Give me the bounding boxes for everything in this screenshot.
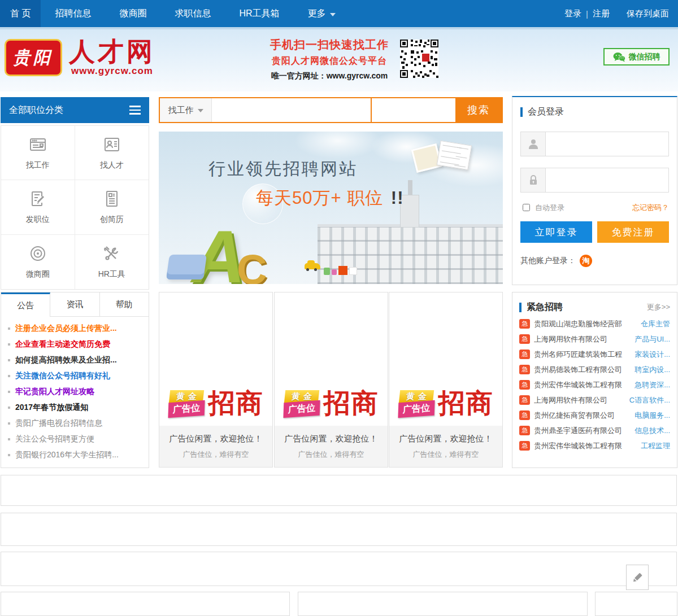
notice-item[interactable]: 贵阳广播电视台招聘信息 [8,416,142,431]
username-input[interactable] [546,132,668,156]
password-field [520,168,669,193]
search-location-input[interactable] [372,98,455,122]
chevron-down-icon [198,109,203,112]
urgent-company-link[interactable]: 贵州名师巧匠建筑装饰工程 [534,349,631,360]
urgent-job-link[interactable]: C语言软件... [629,395,670,405]
login-now-button[interactable]: 立即登录 [520,221,592,243]
promo-line2: 贵阳人才网微信公众号平台 [259,55,400,67]
save-to-desktop-link[interactable]: 保存到桌面 [627,8,669,19]
category-panel-title: 全部职位分类 [9,104,63,116]
wechat-icon [613,52,625,62]
login-options-row: 自动登录 忘记密码？ [520,202,669,213]
hero-banner[interactable]: A C 行业领先招聘网站 每天50万+ 职位 !! [159,132,503,284]
urgent-company-link[interactable]: 贵阳观山湖忠勤服饰经营部 [534,319,637,329]
urgent-badge-icon: 急 [519,334,530,344]
urgent-badge-icon: 急 [519,319,530,329]
ad-text-area: 广告位闲置，欢迎抢位！ 广告佳位，难得有空 [389,426,502,467]
nav-item-micro-circle[interactable]: 微商圈 [105,0,160,27]
notice-item[interactable]: 企业查看主动递交简历免费 [8,337,142,352]
password-input[interactable] [546,168,668,192]
notice-item[interactable]: 贵阳银行2016年大学生招聘... [8,447,142,463]
urgent-company-link[interactable]: 上海网用软件有限公司 [534,334,631,344]
chevron-down-icon [330,13,336,16]
notice-item[interactable]: 关注公众号招聘更方便 [8,431,142,447]
banner-cube-graphic [166,255,207,279]
ad-text-area: 广告位闲置，欢迎抢位！ 广告佳位，难得有空 [275,426,388,467]
ad-headline: 招商 [324,386,379,421]
tab-news[interactable]: 资讯 [50,292,99,317]
tab-announcements[interactable]: 公告 [1,292,50,317]
nav-item-more[interactable]: 更多 [294,0,350,27]
urgent-item: 急贵州宏伟华城装饰工程有限工程监理 [519,438,670,453]
micro-circle-icon [28,244,47,263]
urgent-job-link[interactable]: 家装设计... [634,349,670,360]
username-field [520,132,669,156]
other-account-label: 其他账户登录： [520,256,576,266]
category-cell-find-job[interactable]: 找工作 [1,126,75,180]
bullet-icon [8,343,10,346]
search-category-dropdown[interactable]: 找工作 [160,98,212,122]
register-link[interactable]: 注册 [588,8,614,19]
search-button[interactable]: 搜索 [455,98,502,122]
urgent-job-link[interactable]: 聘室内设... [634,365,670,375]
ad-badge-position: 广告位 [168,400,205,417]
notice-item[interactable]: 如何提高招聘效果及企业招... [8,352,142,368]
urgent-job-link[interactable]: 电脑服务... [634,410,670,421]
banner-letter-c: C [237,249,267,284]
login-link[interactable]: 登录 [560,8,586,19]
ad-card[interactable]: 黄金 广告位 招商 广告位闲置，欢迎抢位！ 广告佳位，难得有空 [274,292,388,468]
category-cell-micro-circle[interactable]: 微商圈 [1,235,75,289]
urgent-job-link[interactable]: 产品与UI... [634,334,670,344]
notice-item[interactable]: 牢记贵阳人才网址攻略 [8,384,142,400]
urgent-company-link[interactable]: 贵州亿捷拓商贸有限公司 [534,410,631,421]
banner-subtitle-bang: !! [391,188,404,208]
wechat-recruit-button[interactable]: 微信招聘 [603,48,670,65]
category-panel-header[interactable]: 全部职位分类 [1,97,149,123]
ad-card[interactable]: 黄金 广告位 招商 广告位闲置，欢迎抢位！ 广告佳位，难得有空 [159,292,273,468]
notice-item[interactable]: 关注微信公众号招聘有好礼 [8,368,142,384]
ad-line1: 广告位闲置，欢迎抢位！ [169,434,263,444]
forgot-password-link[interactable]: 忘记密码？ [632,203,669,213]
edit-pencil-button[interactable] [626,565,649,590]
header-promo: 手机扫一扫快速找工作 贵阳人才网微信公众号平台 唯一官方网址：www.gyrcw… [259,37,400,81]
bullet-icon [8,359,10,361]
tab-help[interactable]: 帮助 [100,292,149,317]
auto-login-checkbox[interactable] [523,204,530,211]
urgent-item: 急上海网用软件有限公司产品与UI... [519,331,670,347]
urgent-item: 急上海网用软件有限公司C语言软件... [519,392,670,408]
nav-item-jobs[interactable]: 招聘信息 [41,0,105,27]
search-keyword-input[interactable] [212,98,371,122]
banner-mini-cubes [324,266,357,275]
urgent-company-link[interactable]: 贵州宏伟华城装饰工程有限 [534,380,631,390]
urgent-company-link[interactable]: 贵州易德装饰工程有限公司 [534,365,631,375]
bullet-icon [8,327,10,330]
title-accent-bar [520,107,523,117]
notice-link: 企业查看主动递交简历免费 [15,339,110,349]
nav-item-home[interactable]: 首 页 [0,0,41,27]
nav-item-hr-toolbox[interactable]: HR工具箱 [225,0,293,27]
urgent-recruitment-panel: 紧急招聘 更多>> 急贵阳观山湖忠勤服饰经营部仓库主管 急上海网用软件有限公司产… [512,292,677,468]
category-cell-post-job[interactable]: 发职位 [1,180,75,234]
nav-item-job-seeking[interactable]: 求职信息 [160,0,225,27]
urgent-company-link[interactable]: 上海网用软件有限公司 [534,395,625,405]
notice-tabs: 公告 资讯 帮助 [1,292,149,317]
ad-card[interactable]: 黄金 广告位 招商 广告位闲置，欢迎抢位！ 广告佳位，难得有空 [389,292,503,468]
urgent-company-link[interactable]: 贵州鼎圣宇通医药有限公司 [534,426,631,436]
urgent-more-link[interactable]: 更多>> [647,302,670,312]
category-cell-find-talent[interactable]: 找人才 [75,126,149,180]
urgent-panel-title: 紧急招聘 [527,302,563,313]
category-cell-create-resume[interactable]: 创简历 [75,180,149,234]
notice-item[interactable]: 2017年春节放假通知 [8,400,142,416]
footer-box-2 [298,592,588,616]
bullet-icon [8,454,10,456]
category-cell-hr-tools[interactable]: HR工具 [75,235,149,289]
urgent-company-link[interactable]: 贵州宏伟华城装饰工程有限 [534,441,637,451]
notice-item[interactable]: 注册企业会员必须上传营业... [8,321,142,337]
urgent-job-link[interactable]: 工程监理 [641,441,670,451]
urgent-job-link[interactable]: 仓库主管 [641,319,670,329]
site-logo[interactable]: 贵阳 人才网 www.gyrcw.com [5,38,155,77]
free-register-button[interactable]: 免费注册 [597,221,669,243]
taobao-login-icon[interactable]: 淘 [580,255,592,267]
urgent-job-link[interactable]: 急聘资深... [634,380,670,390]
urgent-job-link[interactable]: 信息技术... [634,426,670,436]
